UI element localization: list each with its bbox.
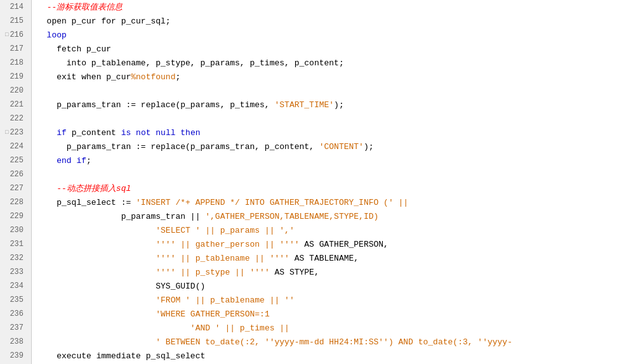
code-segment: if [56, 128, 67, 138]
line-number-text: 222 [10, 114, 23, 123]
code-segment: p_content [67, 128, 121, 138]
line-number-text: 219 [10, 72, 23, 81]
code-editor: 214215□216217218219220221222□22322422522… [0, 0, 631, 364]
table-row: into p_tablename, p_stype, p_params, p_t… [32, 56, 631, 70]
table-row: p_sql_select := 'INSERT /*+ APPEND */ IN… [32, 195, 631, 209]
line-number-text: 223 [10, 128, 23, 137]
fold-icon[interactable]: □ [5, 32, 8, 38]
line-number: 228 [5, 195, 26, 209]
table-row: p_params_tran := replace(p_params, p_tim… [32, 98, 631, 112]
table-row: end if; [32, 153, 631, 167]
code-segment: 'SELECT ' || p_params || ',' [156, 226, 294, 235]
line-number: 217 [5, 42, 26, 56]
line-number: 222 [5, 112, 26, 126]
table-row: loop [32, 28, 631, 42]
table-row: 'FROM ' || p_tablename || '' [32, 293, 631, 307]
code-segment: into p_tablename, p_stype, p_params, p_t… [37, 58, 344, 68]
table-row: 'WHERE GATHER_PERSON=:1 [32, 307, 631, 321]
code-segment: 'WHERE GATHER_PERSON=:1 [156, 309, 269, 319]
table-row [32, 84, 631, 98]
table-row: '''' || p_stype || '''' AS STYPE, [32, 265, 631, 279]
code-segment: fetch p_cur [37, 44, 111, 54]
code-segment: loop [37, 30, 67, 40]
code-content[interactable]: --游标获取值表信息 open p_cur for p_cur_sql; loo… [32, 0, 631, 364]
line-number-text: 217 [10, 44, 23, 53]
code-segment: 'CONTENT' [319, 142, 364, 152]
code-segment [37, 240, 156, 249]
code-segment: '''' || p_tablename || '''' [156, 254, 294, 263]
code-segment [37, 3, 47, 12]
line-number: 227 [5, 181, 26, 195]
line-number: 235 [5, 293, 26, 307]
line-number: 239 [5, 349, 26, 363]
code-segment: ' BETWEEN to_date(:2, ''yyyy-mm-dd HH24:… [156, 337, 512, 347]
code-segment: 'FROM ' || p_tablename || ' [156, 296, 289, 305]
code-segment: ) [334, 100, 339, 110]
line-number: 232 [5, 251, 26, 265]
line-number: 230 [5, 223, 26, 237]
line-number: □223 [5, 126, 26, 140]
code-segment [37, 268, 156, 277]
table-row: if p_content is not null then [32, 126, 631, 140]
code-segment: ; [369, 142, 374, 152]
line-number: 221 [5, 98, 26, 112]
code-segment [37, 184, 56, 193]
code-segment: 'INSERT /*+ APPEND */ INTO GATHER_TRAJEC… [136, 198, 408, 207]
line-number: 226 [5, 167, 26, 181]
code-segment: --动态拼接插入sql [56, 183, 131, 194]
line-number-text: 236 [10, 309, 23, 318]
code-segment: AS STYPE, [274, 268, 319, 277]
line-number: □216 [5, 28, 26, 42]
line-number-text: 226 [10, 170, 23, 179]
code-segment: end if [56, 156, 86, 166]
code-segment: ',GATHER_PERSON,TABLENAME,STYPE,ID) [205, 212, 378, 221]
code-segment [37, 156, 56, 166]
line-number: 224 [5, 140, 26, 153]
line-number-text: 228 [10, 198, 23, 207]
line-number-text: 231 [10, 240, 23, 249]
table-row: SYS_GUID() [32, 279, 631, 293]
line-number: 237 [5, 321, 26, 335]
line-number-text: 218 [10, 58, 23, 67]
table-row: '''' || p_tablename || '''' AS TABLENAME… [32, 251, 631, 265]
code-segment [37, 309, 156, 319]
code-segment: open p_cur for p_cur_sql; [37, 16, 171, 26]
code-segment: p_params_tran := replace(p_params_tran, … [37, 142, 319, 152]
table-row: 'AND ' || p_times || [32, 321, 631, 335]
code-segment: %notfound [131, 72, 175, 82]
code-segment [37, 128, 56, 138]
line-number-text: 239 [10, 351, 23, 360]
table-row: 'SELECT ' || p_params || ',' [32, 223, 631, 237]
code-segment [37, 254, 156, 263]
line-number-text: 224 [10, 142, 23, 151]
code-segment [37, 337, 156, 347]
code-segment: ; [339, 100, 344, 110]
code-segment: '''' || gather_person || '''' [156, 240, 304, 249]
line-number-text: 235 [10, 296, 23, 304]
table-row: open p_cur for p_cur_sql; [32, 14, 631, 28]
line-number-text: 216 [10, 30, 23, 39]
code-segment [37, 296, 156, 305]
line-number: 231 [5, 237, 26, 251]
line-number: 238 [5, 335, 26, 349]
table-row: p_params_tran := replace(p_params_tran, … [32, 140, 631, 153]
code-segment: ' [289, 296, 295, 305]
code-segment: p_params_tran := replace(p_params, p_tim… [37, 100, 274, 110]
code-segment: p_sql_select := [37, 198, 136, 207]
fold-icon[interactable]: □ [5, 129, 8, 136]
code-segment: AS TABLENAME, [295, 254, 359, 263]
line-number: 219 [5, 70, 26, 84]
line-number: 214 [5, 0, 26, 14]
line-number-text: 233 [10, 268, 23, 276]
table-row: ' BETWEEN to_date(:2, ''yyyy-mm-dd HH24:… [32, 335, 631, 349]
line-number-text: 225 [10, 156, 23, 165]
code-segment: exit when p_cur [37, 72, 131, 82]
line-number: 229 [5, 209, 26, 223]
table-row: p_params_tran || ',GATHER_PERSON,TABLENA… [32, 209, 631, 223]
code-segment: 'AND ' || p_times || [190, 323, 289, 333]
code-segment: ; [175, 72, 180, 82]
line-number: 236 [5, 307, 26, 321]
code-segment [176, 128, 181, 138]
code-segment: '''' || p_stype || '''' [156, 268, 274, 277]
table-row [32, 112, 631, 126]
